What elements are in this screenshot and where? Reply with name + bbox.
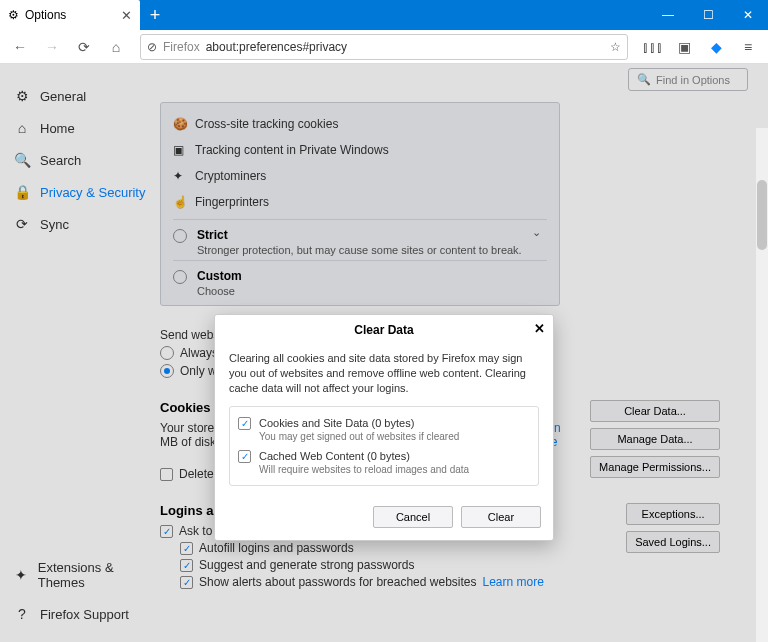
window-titlebar: ⚙ Options ✕ + — ☐ ✕ xyxy=(0,0,768,30)
dialog-clear-button[interactable]: Clear xyxy=(461,506,541,528)
tab-title: Options xyxy=(25,8,66,22)
browser-toolbar: ← → ⟳ ⌂ ⊘ Firefox about:preferences#priv… xyxy=(0,30,768,64)
url-text: about:preferences#privacy xyxy=(206,40,347,54)
forward-button[interactable]: → xyxy=(38,33,66,61)
bookmark-star-icon[interactable]: ☆ xyxy=(610,40,621,54)
scrollbar-thumb[interactable] xyxy=(757,180,767,250)
dialog-close-button[interactable]: ✕ xyxy=(534,321,545,336)
window-minimize-button[interactable]: — xyxy=(648,0,688,30)
scrollbar[interactable] xyxy=(756,128,768,642)
checkbox-icon[interactable] xyxy=(238,417,251,430)
tab-close-icon[interactable]: ✕ xyxy=(121,8,132,23)
dialog-title: Clear Data ✕ xyxy=(215,315,553,345)
clear-data-dialog: Clear Data ✕ Clearing all cookies and si… xyxy=(214,314,554,541)
gear-icon: ⚙ xyxy=(8,8,19,22)
dialog-cancel-button[interactable]: Cancel xyxy=(373,506,453,528)
home-button[interactable]: ⌂ xyxy=(102,33,130,61)
url-bar[interactable]: ⊘ Firefox about:preferences#privacy ☆ xyxy=(140,34,628,60)
cookies-site-data-checkbox[interactable]: Cookies and Site Data (0 bytes)You may g… xyxy=(238,413,530,446)
window-maximize-button[interactable]: ☐ xyxy=(688,0,728,30)
library-button[interactable]: ⫿⫿⫿ xyxy=(638,33,666,61)
content-area: ⚙General ⌂Home 🔍Search 🔒Privacy & Securi… xyxy=(0,64,768,642)
dialog-options: Cookies and Site Data (0 bytes)You may g… xyxy=(229,406,539,486)
browser-tab[interactable]: ⚙ Options ✕ xyxy=(0,0,140,30)
cached-content-checkbox[interactable]: Cached Web Content (0 bytes)Will require… xyxy=(238,446,530,479)
sidebar-button[interactable]: ▣ xyxy=(670,33,698,61)
window-close-button[interactable]: ✕ xyxy=(728,0,768,30)
new-tab-button[interactable]: + xyxy=(140,0,170,30)
back-button[interactable]: ← xyxy=(6,33,34,61)
reload-button[interactable]: ⟳ xyxy=(70,33,98,61)
app-menu-button[interactable]: ≡ xyxy=(734,33,762,61)
extensions-button[interactable]: ◆ xyxy=(702,33,730,61)
identity-label: Firefox xyxy=(163,40,200,54)
checkbox-icon[interactable] xyxy=(238,450,251,463)
dialog-description: Clearing all cookies and site data store… xyxy=(229,351,539,396)
shield-icon: ⊘ xyxy=(147,40,157,54)
